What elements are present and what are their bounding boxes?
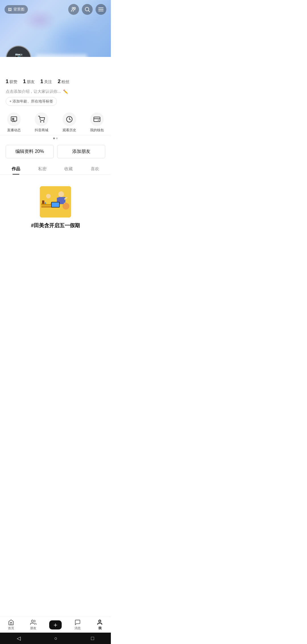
image-icon: 🖼 [8,7,12,12]
avatar-section: 📷 添加头像 抖音号： [6,46,87,57]
bg-button-label: 背景图 [13,7,24,12]
profile-header: 🖼 背景图 [0,0,111,57]
tab-private[interactable]: 私密 [29,163,56,175]
background-image-button[interactable]: 🖼 背景图 [5,5,28,14]
promo-illustration [40,186,71,218]
dot-2 [56,138,58,139]
history-icon-box [63,112,76,126]
header-right-icons [68,4,106,15]
bio-text[interactable]: 点击添加介绍，让大家认识你... ✏️ [6,89,105,94]
dot-1 [53,138,55,139]
avatar-button[interactable]: 📷 添加头像 [6,46,31,57]
shop-icon-box [35,112,48,126]
likes-count: 1 [6,79,9,85]
camera-icon: 📷 [15,52,22,57]
following-count: 1 [40,79,43,85]
edit-bio-icon[interactable]: ✏️ [63,89,68,94]
live-label: 直播动态 [7,128,21,133]
svg-rect-23 [45,198,47,202]
username-display [36,54,87,57]
quick-item-wallet[interactable]: 我的钱包 [90,112,104,133]
scroll-dots [0,135,111,141]
svg-point-1 [74,7,76,9]
username-area: 抖音号： [36,54,87,57]
promo-image[interactable] [40,186,71,218]
menu-icon-button[interactable] [96,4,106,15]
promo-title: #田美含开启五一假期 [31,222,80,229]
svg-point-25 [58,191,64,197]
svg-rect-13 [94,117,100,122]
svg-rect-24 [49,198,51,202]
tab-works[interactable]: 作品 [3,163,29,175]
svg-rect-28 [63,197,65,203]
friends-label: 朋友 [27,79,35,85]
tab-like[interactable]: 喜欢 [82,163,108,175]
add-tags-button[interactable]: + 添加年龄、所在地等标签 [6,97,57,106]
stats-section: 1 获赞 1 朋友 1 关注 2 粉丝 [0,74,111,88]
bio-placeholder: 点击添加介绍，让大家认识你... [6,89,61,94]
svg-point-10 [40,122,41,122]
quick-item-shop[interactable]: 抖音商城 [35,112,48,133]
svg-point-0 [72,7,74,9]
svg-rect-14 [98,120,99,120]
quick-item-history[interactable]: 观看历史 [63,112,76,133]
friends-icon-button[interactable] [68,4,79,15]
quick-menu: 直播动态 抖音商城 观看历史 我的钱包 [0,108,111,135]
followers-label: 粉丝 [61,79,69,85]
wallet-icon [94,116,100,123]
bio-section: 点击添加介绍，让大家认识你... ✏️ + 添加年龄、所在地等标签 [0,88,111,108]
search-icon-button[interactable] [82,4,93,15]
svg-rect-31 [52,202,59,207]
clock-icon [66,116,73,123]
likes-label: 获赞 [9,79,17,85]
wallet-label: 我的钱包 [90,128,104,133]
stat-following[interactable]: 1 关注 [40,79,52,85]
cart-icon [38,116,45,123]
history-label: 观看历史 [63,128,76,133]
add-friend-button[interactable]: 添加朋友 [57,145,105,158]
content-tabs: 作品 私密 收藏 喜欢 [0,163,111,175]
content-area: #田美含开启五一假期 [0,175,111,235]
stat-followers[interactable]: 2 粉丝 [58,79,69,85]
promo-svg [40,186,71,218]
tv-icon [11,116,17,123]
stat-likes[interactable]: 1 获赞 [6,79,17,85]
svg-line-3 [88,11,90,12]
tab-collect[interactable]: 收藏 [55,163,82,175]
people-icon [70,6,77,13]
svg-point-11 [43,122,44,122]
following-label: 关注 [44,79,52,85]
friends-count: 1 [23,79,26,85]
live-icon-box [7,112,21,126]
edit-profile-button[interactable]: 编辑资料 20% [6,145,54,158]
header-top-bar: 🖼 背景图 [0,4,111,15]
quick-item-live[interactable]: 直播动态 [7,112,21,133]
action-buttons: 编辑资料 20% 添加朋友 [0,141,111,163]
svg-point-32 [63,203,69,210]
wallet-icon-box [90,112,104,126]
hamburger-icon [98,6,104,13]
stat-friends[interactable]: 1 朋友 [23,79,35,85]
tags-row: + 添加年龄、所在地等标签 [6,97,105,106]
followers-count: 2 [58,79,61,85]
svg-rect-18 [42,200,44,204]
search-icon [84,6,90,13]
shop-label: 抖音商城 [35,128,48,133]
add-tags-label: + 添加年龄、所在地等标签 [9,99,53,104]
svg-point-21 [46,194,51,198]
